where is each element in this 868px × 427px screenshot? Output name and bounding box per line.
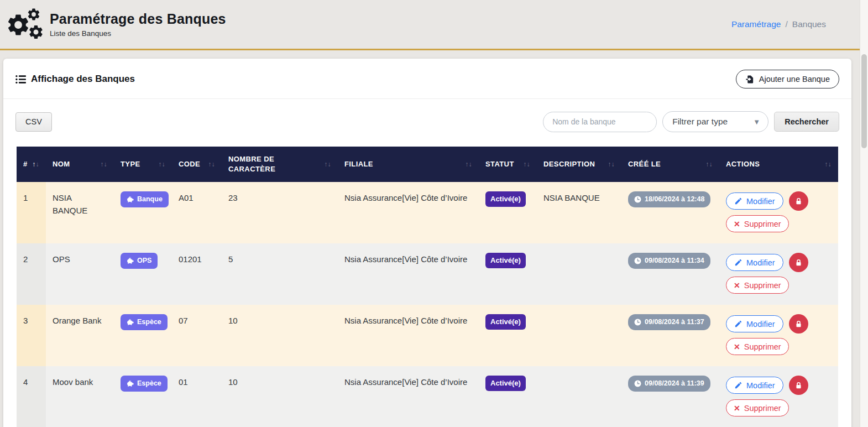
- x-icon: ✕: [734, 404, 740, 413]
- cell-nom: NSIA BANQUE: [46, 182, 114, 243]
- sort-icon: ↑↓: [824, 160, 832, 168]
- cell-nb-caractere: 23: [222, 182, 338, 243]
- breadcrumb: Paramétrage / Banques: [731, 19, 858, 29]
- status-badge: Activé(e): [485, 191, 526, 207]
- type-badge: Espèce: [121, 314, 168, 330]
- table-row: 1 NSIA BANQUE Banque A01 23 Nsia Assuran…: [17, 182, 838, 243]
- type-badge: Banque: [121, 191, 169, 207]
- status-badge: Activé(e): [485, 253, 526, 268]
- cell-type: Espèce: [114, 305, 172, 366]
- piggy-bank-icon: [127, 381, 134, 387]
- modifier-button[interactable]: Modifier: [726, 377, 783, 394]
- column-header-index[interactable]: #↑↓: [17, 147, 46, 182]
- breadcrumb-current: Banques: [792, 19, 826, 29]
- lock-button[interactable]: [789, 191, 808, 211]
- cell-code: 01: [172, 366, 222, 427]
- modifier-button[interactable]: Modifier: [726, 192, 783, 210]
- column-header-description[interactable]: DESCRIPTION↑↓: [537, 147, 621, 182]
- x-icon: ✕: [734, 281, 740, 290]
- created-badge: 18/06/2024 à 12:48: [628, 191, 710, 207]
- cell-filiale: Nsia Assurance[Vie] Côte d’Ivoire: [338, 366, 479, 427]
- chevron-down-icon: ▼: [753, 118, 760, 126]
- page-header: Paramétrage des Banques Liste des Banque…: [0, 0, 868, 50]
- cell-type: Banque: [114, 182, 172, 243]
- status-badge: Activé(e): [485, 376, 526, 391]
- cell-description: [537, 305, 621, 366]
- supprimer-button[interactable]: ✕ Supprimer: [726, 277, 789, 294]
- cell-nb-caractere: 5: [222, 243, 338, 305]
- cell-filiale: Nsia Assurance[Vie] Côte d’Ivoire: [338, 305, 479, 366]
- breadcrumb-link-parametrage[interactable]: Paramétrage: [731, 19, 781, 29]
- sort-icon: ↑↓: [158, 160, 165, 168]
- cell-cree-le: 09/08/2024 à 11:37: [621, 305, 719, 366]
- column-header-code[interactable]: CODE↑↓: [172, 147, 222, 182]
- lock-button[interactable]: [789, 376, 808, 395]
- clock-icon: [634, 319, 641, 326]
- table-body: 1 NSIA BANQUE Banque A01 23 Nsia Assuran…: [17, 182, 838, 427]
- csv-export-button[interactable]: CSV: [15, 112, 52, 132]
- supprimer-button[interactable]: ✕ Supprimer: [726, 338, 789, 355]
- card-title: Affichage des Banques: [15, 74, 135, 85]
- cell-statut: Activé(e): [479, 182, 537, 243]
- page-title: Paramétrage des Banques: [50, 11, 226, 27]
- column-header-cree-le[interactable]: CRÉÉ LE↑↓: [621, 147, 719, 182]
- column-header-actions[interactable]: ACTIONS↑↓: [719, 147, 838, 182]
- lock-button[interactable]: [789, 253, 808, 272]
- add-bank-button[interactable]: Ajouter une Banque: [736, 70, 839, 88]
- column-header-type[interactable]: TYPE↑↓: [114, 147, 172, 182]
- scrollbar-thumb[interactable]: [861, 54, 867, 148]
- table-toolbar: CSV Filtrer par type ▼ Rechercher: [3, 99, 851, 147]
- cell-nb-caractere: 10: [222, 305, 338, 366]
- clock-icon: [634, 196, 641, 203]
- cell-index: 4: [17, 366, 46, 427]
- lock-button[interactable]: [789, 314, 808, 334]
- created-badge: 09/08/2024 à 11:37: [628, 314, 710, 330]
- supprimer-button[interactable]: ✕ Supprimer: [726, 399, 789, 416]
- sort-icon: ↑↓: [608, 160, 615, 168]
- cell-actions: Modifier ✕ Supprimer: [719, 366, 838, 427]
- column-header-nom[interactable]: NOM↑↓: [46, 147, 114, 182]
- edit-icon: [734, 320, 742, 328]
- table-row: 4 Moov bank Espèce 01 10 Nsia Assurance[…: [17, 366, 838, 427]
- breadcrumb-separator: /: [785, 19, 787, 29]
- type-badge: Espèce: [121, 376, 168, 392]
- cell-type: Espèce: [114, 366, 172, 427]
- table-row: 3 Orange Bank Espèce 07 10 Nsia Assuranc…: [17, 305, 838, 366]
- created-badge: 09/08/2024 à 11:39: [628, 376, 710, 392]
- sort-icon: ↑↓: [32, 160, 39, 168]
- column-header-statut[interactable]: STATUT↑↓: [479, 147, 537, 182]
- cell-nom: Orange Bank: [46, 305, 114, 366]
- piggy-bank-icon: [127, 196, 134, 202]
- type-badge: OPS: [121, 253, 158, 269]
- created-badge: 09/08/2024 à 11:34: [628, 253, 710, 269]
- cell-actions: Modifier ✕ Supprimer: [719, 243, 838, 305]
- cell-code: A01: [172, 182, 222, 243]
- cell-cree-le: 18/06/2024 à 12:48: [621, 182, 719, 243]
- x-icon: ✕: [734, 220, 740, 228]
- cell-index: 2: [17, 243, 46, 305]
- column-header-nb-caractere[interactable]: NOMBRE DE CARACTÈRE↑↓: [222, 147, 338, 182]
- lock-icon: [794, 258, 803, 267]
- table-row: 2 OPS OPS 01201 5 Nsia Assurance[Vie] Cô…: [17, 243, 838, 305]
- column-header-filiale[interactable]: FILIALE↑↓: [338, 147, 479, 182]
- cell-type: OPS: [114, 243, 172, 305]
- sort-icon: ↑↓: [208, 160, 215, 168]
- bank-name-input[interactable]: [543, 112, 657, 132]
- supprimer-button[interactable]: ✕ Supprimer: [726, 215, 789, 232]
- edit-icon: [734, 381, 742, 389]
- cell-nb-caractere: 10: [222, 366, 338, 427]
- vertical-scrollbar[interactable]: [860, 0, 868, 427]
- type-filter-select[interactable]: Filtrer par type ▼: [662, 111, 768, 132]
- cell-statut: Activé(e): [479, 243, 537, 305]
- clock-icon: [634, 380, 641, 387]
- card-header: Affichage des Banques Ajouter une Banque: [3, 59, 851, 99]
- search-button[interactable]: Rechercher: [774, 112, 839, 132]
- lock-icon: [794, 197, 803, 206]
- modifier-button[interactable]: Modifier: [726, 315, 783, 332]
- gears-icon: [6, 7, 42, 41]
- cell-statut: Activé(e): [479, 305, 537, 366]
- piggy-bank-icon: [127, 319, 134, 325]
- modifier-button[interactable]: Modifier: [726, 254, 783, 271]
- cell-filiale: Nsia Assurance[Vie] Côte d’Ivoire: [338, 182, 479, 243]
- cell-index: 3: [17, 305, 46, 366]
